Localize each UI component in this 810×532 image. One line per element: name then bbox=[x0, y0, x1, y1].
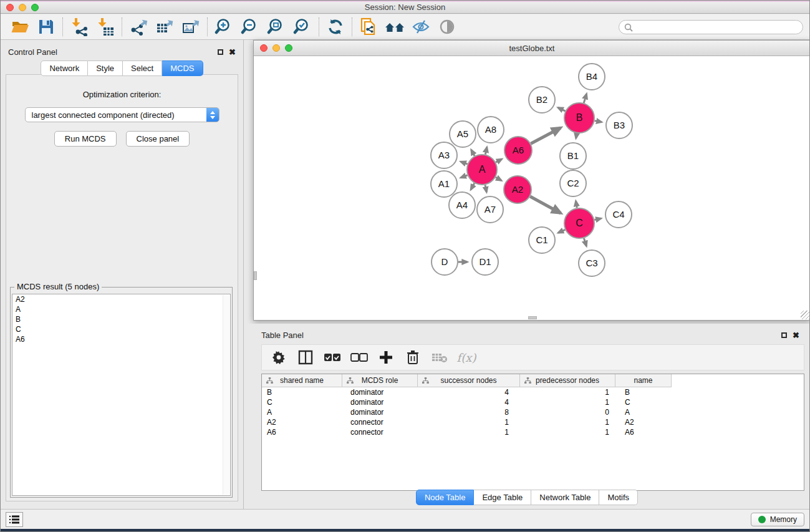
node-C1[interactable]: C1 bbox=[529, 227, 555, 253]
node-B2[interactable]: B2 bbox=[529, 87, 555, 113]
edge-A-A5[interactable] bbox=[471, 150, 475, 156]
table-tab-network-table[interactable]: Network Table bbox=[531, 490, 599, 505]
column-header-shared-name[interactable]: shared name bbox=[262, 374, 342, 387]
show-view-button[interactable] bbox=[434, 16, 460, 38]
table-tab-edge-table[interactable]: Edge Table bbox=[474, 490, 531, 505]
list-scrollbar[interactable] bbox=[223, 295, 229, 495]
column-header-successor-nodes[interactable]: successor nodes bbox=[418, 374, 520, 387]
network-canvas[interactable]: AA1A2A3A4A5A6A7A8BB1B2B3B4CC1C2C3C4DD1 bbox=[254, 57, 810, 320]
table-tab-node-table[interactable]: Node Table bbox=[416, 490, 475, 505]
node-B1[interactable]: B1 bbox=[560, 143, 586, 169]
open-session-button[interactable] bbox=[7, 16, 33, 38]
edge-A-A3[interactable] bbox=[461, 162, 468, 164]
edge-A-A2[interactable] bbox=[496, 177, 501, 180]
edge-B-B1[interactable] bbox=[576, 133, 577, 138]
edge-A6-B[interactable] bbox=[531, 128, 561, 143]
save-session-button[interactable] bbox=[33, 16, 59, 38]
zoom-out-button[interactable] bbox=[237, 16, 263, 38]
zoom-in-button[interactable] bbox=[211, 16, 237, 38]
clone-network-button[interactable] bbox=[355, 16, 382, 38]
edge-A-A6[interactable] bbox=[496, 159, 502, 162]
table-row-B[interactable]: Bdominator41B bbox=[262, 387, 804, 397]
node-A3[interactable]: A3 bbox=[431, 142, 457, 168]
network-window-titlebar[interactable]: testGlobe.txt bbox=[254, 41, 810, 56]
horizontal-scrollbar-thumb[interactable] bbox=[528, 316, 537, 319]
node-A[interactable]: A bbox=[467, 155, 497, 185]
mcds-result-item[interactable]: B bbox=[12, 314, 230, 324]
hide-panel-button[interactable] bbox=[408, 16, 434, 38]
column-header-predecessor-nodes[interactable]: predecessor nodes bbox=[520, 374, 615, 387]
tab-select[interactable]: Select bbox=[123, 60, 162, 76]
add-column-button[interactable] bbox=[377, 347, 395, 367]
import-table-button[interactable] bbox=[92, 16, 118, 38]
deselect-all-rows-button[interactable] bbox=[350, 347, 369, 367]
column-header-MCDS-role[interactable]: MCDS role bbox=[342, 374, 418, 387]
select-all-rows-button[interactable] bbox=[323, 347, 342, 367]
edge-A-A7[interactable] bbox=[485, 185, 486, 191]
node-C2[interactable]: C2 bbox=[560, 170, 586, 196]
node-A2[interactable]: A2 bbox=[504, 176, 531, 203]
table-row-C[interactable]: Cdominator41C bbox=[262, 397, 804, 407]
float-panel-icon[interactable] bbox=[218, 49, 223, 55]
zoom-fit-button[interactable] bbox=[263, 16, 289, 38]
edge-A-A1[interactable] bbox=[461, 175, 468, 178]
home-view-button[interactable] bbox=[382, 16, 408, 38]
task-history-button[interactable] bbox=[6, 512, 23, 527]
search-input[interactable] bbox=[619, 20, 803, 34]
edge-C-C2[interactable] bbox=[576, 201, 577, 208]
delete-table-button[interactable] bbox=[430, 347, 449, 367]
close-panel-button[interactable]: Close panel bbox=[126, 131, 190, 147]
mcds-result-item[interactable]: C bbox=[12, 324, 230, 334]
run-mcds-button[interactable]: Run MCDS bbox=[54, 131, 117, 147]
import-network-button[interactable] bbox=[66, 16, 92, 38]
function-builder-button[interactable]: f(x) bbox=[457, 347, 476, 367]
memory-button[interactable]: Memory bbox=[751, 513, 804, 526]
node-C[interactable]: C bbox=[564, 208, 594, 238]
network-close-button[interactable] bbox=[260, 44, 268, 52]
zoom-selected-button[interactable] bbox=[289, 16, 316, 38]
node-A5[interactable]: A5 bbox=[450, 121, 476, 147]
close-panel-icon[interactable]: ✖ bbox=[229, 49, 236, 55]
network-minimize-button[interactable] bbox=[272, 44, 280, 52]
mcds-result-item[interactable]: A6 bbox=[12, 334, 230, 344]
node-A1[interactable]: A1 bbox=[431, 171, 457, 197]
node-B4[interactable]: B4 bbox=[579, 64, 605, 90]
edge-B-B3[interactable] bbox=[595, 121, 602, 122]
table-settings-button[interactable] bbox=[269, 347, 288, 367]
node-B[interactable]: B bbox=[564, 103, 594, 133]
export-table-button[interactable] bbox=[152, 16, 178, 38]
node-A4[interactable]: A4 bbox=[449, 192, 475, 218]
node-D1[interactable]: D1 bbox=[472, 249, 498, 275]
tab-mcds[interactable]: MCDS bbox=[162, 60, 203, 76]
edge-A2-C[interactable] bbox=[530, 196, 561, 213]
node-D[interactable]: D bbox=[432, 249, 458, 275]
column-header-name[interactable]: name bbox=[615, 374, 672, 387]
tab-network[interactable]: Network bbox=[41, 60, 88, 76]
tab-style[interactable]: Style bbox=[88, 60, 123, 76]
refresh-button[interactable] bbox=[322, 16, 349, 38]
table-row-A[interactable]: Adominator80A bbox=[262, 407, 804, 417]
vertical-scrollbar-thumb[interactable] bbox=[254, 271, 257, 280]
criterion-dropdown[interactable]: largest connected component (directed) bbox=[25, 107, 219, 122]
table-tab-motifs[interactable]: Motifs bbox=[599, 490, 638, 505]
edge-A-A4[interactable] bbox=[471, 183, 475, 190]
node-C4[interactable]: C4 bbox=[605, 201, 632, 228]
node-B3[interactable]: B3 bbox=[606, 112, 632, 138]
edge-B-B4[interactable] bbox=[584, 94, 586, 103]
export-image-button[interactable] bbox=[178, 16, 204, 38]
edge-C-C4[interactable] bbox=[594, 218, 601, 220]
close-table-panel-icon[interactable]: ✖ bbox=[793, 332, 799, 338]
table-row-A2[interactable]: A2connector11A2 bbox=[262, 417, 804, 427]
node-A8[interactable]: A8 bbox=[478, 117, 504, 143]
float-table-panel-icon[interactable] bbox=[781, 332, 787, 338]
node-A6[interactable]: A6 bbox=[504, 137, 532, 164]
node-C3[interactable]: C3 bbox=[579, 250, 605, 276]
mcds-result-item[interactable]: A bbox=[12, 304, 230, 314]
delete-column-button[interactable] bbox=[403, 347, 422, 367]
node-A7[interactable]: A7 bbox=[477, 196, 503, 223]
mcds-result-item[interactable]: A2 bbox=[12, 294, 230, 304]
resize-grip[interactable] bbox=[801, 311, 809, 319]
table-row-A6[interactable]: A6connector11A6 bbox=[262, 427, 804, 437]
export-network-button[interactable] bbox=[125, 16, 152, 38]
edge-A-A8[interactable] bbox=[485, 147, 487, 155]
